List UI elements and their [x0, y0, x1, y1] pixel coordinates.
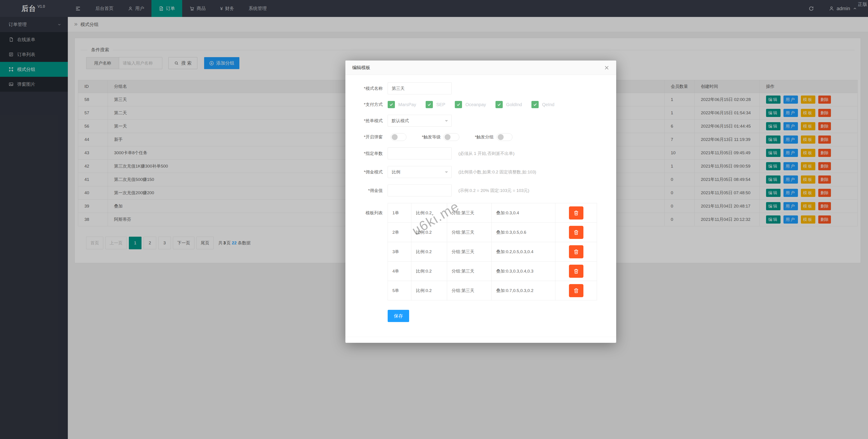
- checkbox-checked-icon: [495, 101, 503, 108]
- trash-icon: [573, 288, 579, 294]
- template-row: 4单 比例:0.2 分组:第三天 叠加:0.3,0.3,0.4,0.3: [388, 262, 597, 281]
- popup-toggle-label: *开启弹窗: [349, 134, 388, 140]
- delete-template-button[interactable]: [569, 265, 583, 278]
- cell-group: 分组:第三天: [447, 203, 492, 223]
- cell-ratio: 比例:0.2: [411, 262, 447, 281]
- cell-ratio: 比例:0.2: [411, 242, 447, 262]
- cell-stack: 叠加:0.3,0.4: [492, 203, 555, 223]
- checkbox-checked-icon: [455, 101, 462, 108]
- trigger-group-toggle[interactable]: [497, 133, 513, 141]
- cell-order: 4单: [388, 262, 411, 281]
- payment-checkbox-goldind[interactable]: GoldInd: [495, 101, 522, 108]
- trash-icon: [573, 210, 579, 216]
- mode-name-label: *模式名称: [349, 86, 388, 92]
- modal-header: 编辑模板: [345, 61, 616, 75]
- payment-checkbox-marspay[interactable]: MarsPay: [388, 101, 416, 108]
- order-count-input[interactable]: [388, 147, 452, 160]
- cell-group: 分组:第三天: [447, 242, 492, 262]
- toggle-knob: [392, 134, 398, 140]
- save-button[interactable]: 保存: [388, 310, 409, 322]
- popup-toggle[interactable]: [391, 133, 406, 141]
- form-row-toggles: *开启弹窗 *触发等级 *触发分组: [349, 133, 616, 141]
- caret-down-icon: [445, 120, 448, 123]
- cell-delete: [555, 242, 597, 262]
- cell-stack: 叠加:0.2,0.5,0.3,0.4: [492, 242, 555, 262]
- form-row-commission-value: *佣金值 (示例:0.2 = 20% 固定:103元 = 103元): [349, 184, 616, 197]
- cell-group: 分组:第三天: [447, 223, 492, 242]
- cell-delete: [555, 262, 597, 281]
- checkbox-checked-icon: [531, 101, 539, 108]
- cell-group: 分组:第三天: [447, 262, 492, 281]
- form-row-template-list: 模板列表 1单 比例:0.2 分组:第三天 叠加:0.3,0.4: [349, 203, 616, 300]
- grab-mode-select[interactable]: 默认模式: [388, 115, 452, 127]
- commission-mode-label: *佣金模式: [349, 169, 388, 175]
- toggle-knob: [445, 134, 451, 140]
- grab-mode-selected-value: 默认模式: [392, 118, 409, 123]
- cell-group: 分组:第三天: [447, 281, 492, 300]
- trash-icon: [573, 229, 579, 236]
- admin-page: 后台 V1.0 后台首页 用户 订单: [0, 0, 868, 439]
- grab-mode-label: *抢单模式: [349, 118, 388, 124]
- close-button[interactable]: [604, 65, 610, 70]
- cell-delete: [555, 223, 597, 242]
- commission-mode-select[interactable]: 比例: [388, 166, 452, 178]
- form-row-commission-mode: *佣金模式 比例 (比例填小数,如果:0.2 固定填整数,如:103): [349, 166, 616, 178]
- form-row-mode-name: *模式名称: [349, 82, 616, 94]
- commission-value-hint: (示例:0.2 = 20% 固定:103元 = 103元): [458, 188, 529, 194]
- modal-body: u6ki.me *模式名称 *支付方式 MarsPay SEP: [345, 75, 616, 322]
- cell-order: 1单: [388, 203, 411, 223]
- payment-option-label: QeInd: [542, 102, 554, 107]
- edit-template-modal: 编辑模板 u6ki.me *模式名称 *支付方式 MarsPay: [345, 61, 616, 343]
- trigger-level-label: *触发等级: [422, 134, 440, 140]
- cell-stack: 叠加:0.3,0.3,0.4,0.3: [492, 262, 555, 281]
- cell-ratio: 比例:0.2: [411, 281, 447, 300]
- payment-checkbox-qeind[interactable]: QeInd: [531, 101, 554, 108]
- delete-template-button[interactable]: [569, 226, 583, 239]
- template-row: 2单 比例:0.2 分组:第三天 叠加:0.3,0.5,0.6: [388, 223, 597, 242]
- payment-checkbox-sep[interactable]: SEP: [426, 101, 445, 108]
- payment-option-label: Oceanpay: [465, 102, 486, 107]
- order-count-hint: (必须从 1 开始,否则派不出单): [458, 150, 515, 157]
- cell-ratio: 比例:0.2: [411, 203, 447, 223]
- template-list-label: 模板列表: [349, 203, 388, 216]
- commission-value-input[interactable]: [388, 184, 452, 197]
- commission-mode-hint: (比例填小数,如果:0.2 固定填整数,如:103): [458, 169, 536, 175]
- template-row: 5单 比例:0.2 分组:第三天 叠加:0.7,0.5,0.3,0.2: [388, 281, 597, 300]
- modal-title: 编辑模板: [352, 65, 370, 71]
- toggle-knob: [498, 134, 504, 140]
- form-row-grab-mode: *抢单模式 默认模式: [349, 115, 616, 127]
- checkbox-checked-icon: [426, 101, 433, 108]
- mode-name-input[interactable]: [388, 82, 452, 94]
- template-list-table: 1单 比例:0.2 分组:第三天 叠加:0.3,0.4 2单 比例:0.2 分组…: [388, 203, 597, 300]
- payment-option-label: GoldInd: [506, 102, 522, 107]
- delete-template-button[interactable]: [569, 284, 583, 297]
- cell-order: 2单: [388, 223, 411, 242]
- trash-icon: [573, 268, 579, 274]
- corner-watermark: 正版: [858, 1, 867, 7]
- cell-stack: 叠加:0.3,0.5,0.6: [492, 223, 555, 242]
- template-row: 3单 比例:0.2 分组:第三天 叠加:0.2,0.5,0.3,0.4: [388, 242, 597, 262]
- cell-ratio: 比例:0.2: [411, 223, 447, 242]
- form-row-order-count: *指定单数 (必须从 1 开始,否则派不出单): [349, 147, 616, 160]
- order-count-label: *指定单数: [349, 150, 388, 157]
- cell-delete: [555, 281, 597, 300]
- close-icon: [604, 65, 610, 70]
- caret-down-icon: [445, 171, 448, 175]
- payment-label: *支付方式: [349, 102, 388, 107]
- modal-footer: [345, 337, 616, 343]
- cell-delete: [555, 203, 597, 223]
- trigger-level-toggle[interactable]: [443, 133, 459, 141]
- payment-option-label: SEP: [436, 102, 445, 107]
- delete-template-button[interactable]: [569, 245, 583, 258]
- commission-value-label: *佣金值: [349, 188, 388, 194]
- cell-order: 5单: [388, 281, 411, 300]
- trash-icon: [573, 249, 579, 255]
- delete-template-button[interactable]: [569, 206, 583, 220]
- checkbox-checked-icon: [388, 101, 395, 108]
- trigger-group-label: *触发分组: [475, 134, 493, 140]
- template-row: 1单 比例:0.2 分组:第三天 叠加:0.3,0.4: [388, 203, 597, 223]
- cell-order: 3单: [388, 242, 411, 262]
- cell-stack: 叠加:0.7,0.5,0.3,0.2: [492, 281, 555, 300]
- payment-checkbox-oceanpay[interactable]: Oceanpay: [455, 101, 486, 108]
- payment-option-label: MarsPay: [398, 102, 416, 107]
